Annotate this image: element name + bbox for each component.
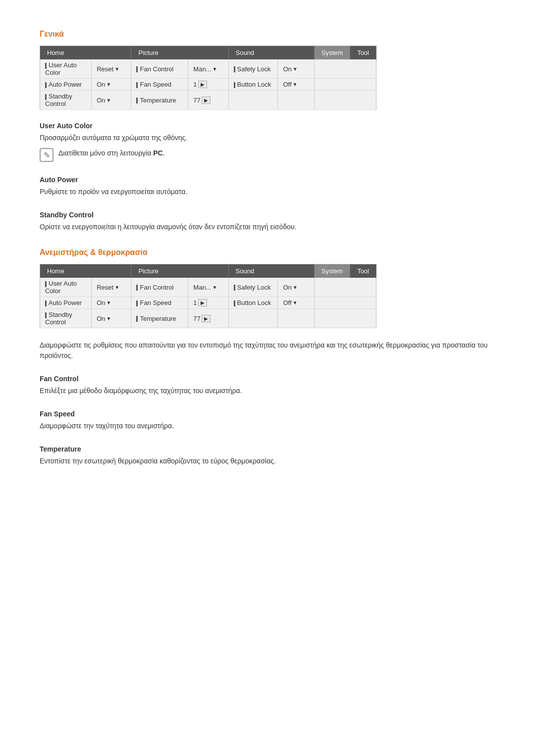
fan-speed-val[interactable]: 1 ▶ xyxy=(188,79,228,91)
bar-icon xyxy=(45,301,47,306)
fan-control-desc: Επιλέξτε μια μέθοδο διαμόρφωσης της ταχύ… xyxy=(40,386,495,396)
auto-power-label-2: Auto Power xyxy=(40,297,92,309)
table-row: Standby Control On ▼ Temperature 77 ▶ xyxy=(40,91,376,110)
safety-lock-label: Safety Lock xyxy=(228,59,278,79)
osd-table-2: Home Picture Sound System Tool User Auto… xyxy=(40,264,376,328)
fan-control-section: Fan Control Επιλέξτε μια μέθοδο διαμόρφω… xyxy=(40,375,495,396)
chevron-down-icon[interactable]: ▼ xyxy=(293,285,298,290)
fan-section-desc-wrapper: Διαμορφώστε τις ρυθμίσεις που απαιτούντα… xyxy=(40,340,495,361)
osd-table-1: Home Picture Sound System Tool User Auto… xyxy=(40,46,376,110)
user-auto-color-title: User Auto Color xyxy=(40,122,495,130)
fan-control-label: Fan Control xyxy=(131,59,188,79)
user-auto-color-desc: Προσαρμόζει αυτόματα τα χρώματα της οθόν… xyxy=(40,133,495,143)
chevron-down-icon[interactable]: ▼ xyxy=(293,66,298,72)
bar-icon xyxy=(234,82,235,88)
standby-control-section: Standby Control Ορίστε να ενεργοποιείται… xyxy=(40,211,495,232)
bar-icon xyxy=(45,94,47,100)
standby-val-2[interactable]: On ▼ xyxy=(92,309,131,328)
bar-icon xyxy=(136,301,138,306)
fan-speed-desc: Διαμορφώστε την ταχύτητα του ανεμιστήρα. xyxy=(40,421,495,431)
bar-icon xyxy=(234,285,235,291)
bar-icon xyxy=(45,281,47,287)
chevron-down-icon[interactable]: ▼ xyxy=(212,285,217,290)
auto-power-val-2[interactable]: On ▼ xyxy=(92,297,131,309)
fan-control-val[interactable]: Man... ▼ xyxy=(188,59,228,79)
tab2-picture[interactable]: Picture xyxy=(131,264,228,278)
user-auto-color-val-2[interactable]: Reset ▼ xyxy=(92,278,131,297)
bar-icon xyxy=(136,98,138,103)
user-auto-color-label-2: User Auto Color xyxy=(40,278,92,297)
chevron-down-icon[interactable]: ▼ xyxy=(293,82,298,87)
fan-speed-section: Fan Speed Διαμορφώστε την ταχύτητα του α… xyxy=(40,410,495,431)
tab-picture[interactable]: Picture xyxy=(131,46,228,60)
standby-control-label: Standby Control xyxy=(40,91,92,110)
chevron-down-icon[interactable]: ▼ xyxy=(107,82,111,87)
standby-control-desc: Ορίστε να ενεργοποιείται η λειτουργία αν… xyxy=(40,222,495,232)
chevron-down-icon[interactable]: ▼ xyxy=(107,316,111,321)
user-auto-color-val[interactable]: Reset ▼ xyxy=(92,59,131,79)
note-icon: ✎ xyxy=(40,148,54,162)
temperature-val-2[interactable]: 77 ▶ xyxy=(188,309,228,328)
chevron-down-icon[interactable]: ▼ xyxy=(114,66,119,72)
temperature-val[interactable]: 77 ▶ xyxy=(188,91,228,110)
fan-control-val-2[interactable]: Man... ▼ xyxy=(188,278,228,297)
arrow-right-icon[interactable]: ▶ xyxy=(202,97,211,104)
section1-title: Γενικά xyxy=(40,30,495,39)
chevron-down-icon[interactable]: ▼ xyxy=(107,98,111,103)
tab2-sound[interactable]: Sound xyxy=(228,264,314,278)
bar-icon xyxy=(234,301,235,306)
button-lock-val[interactable]: Off ▼ xyxy=(278,79,314,91)
standby-label-2: Standby Control xyxy=(40,309,92,328)
bar-icon xyxy=(45,63,47,69)
note-text: Διατίθεται μόνο στη λειτουργία PC. xyxy=(58,148,165,158)
button-lock-val-2[interactable]: Off ▼ xyxy=(278,297,314,309)
fan-control-label-2: Fan Control xyxy=(131,278,188,297)
safety-lock-val-2[interactable]: On ▼ xyxy=(278,278,314,297)
auto-power-label: Auto Power xyxy=(40,79,92,91)
arrow-right-icon[interactable]: ▶ xyxy=(198,81,207,88)
safety-lock-val[interactable]: On ▼ xyxy=(278,59,314,79)
arrow-right-icon[interactable]: ▶ xyxy=(198,299,207,306)
arrow-right-icon[interactable]: ▶ xyxy=(202,315,211,322)
temperature-section: Temperature Εντοπίστε την εσωτερική θερμ… xyxy=(40,445,495,466)
fan-control-title: Fan Control xyxy=(40,375,495,383)
chevron-down-icon[interactable]: ▼ xyxy=(212,66,217,72)
table-row: Standby Control On ▼ Temperature 77 ▶ xyxy=(40,309,376,328)
table-row: User Auto Color Reset ▼ Fan Control Man.… xyxy=(40,278,376,297)
fan-speed-val-2[interactable]: 1 ▶ xyxy=(188,297,228,309)
standby-control-title: Standby Control xyxy=(40,211,495,219)
temperature-label-2: Temperature xyxy=(131,309,188,328)
table-row: Auto Power On ▼ Fan Speed 1 ▶ Button Loc… xyxy=(40,79,376,91)
note-box: ✎ Διατίθεται μόνο στη λειτουργία PC. xyxy=(40,148,495,162)
user-auto-color-label: User Auto Color xyxy=(40,59,92,79)
tab-tool[interactable]: Tool xyxy=(350,46,376,60)
tab-sound[interactable]: Sound xyxy=(228,46,314,60)
button-lock-label: Button Lock xyxy=(228,79,278,91)
fan-speed-title: Fan Speed xyxy=(40,410,495,418)
auto-power-section: Auto Power Ρυθμίστε το προϊόν να ενεργοπ… xyxy=(40,176,495,197)
tab-system[interactable]: System xyxy=(314,46,350,60)
bar-icon xyxy=(136,82,138,88)
bar-icon xyxy=(136,66,138,72)
bar-icon xyxy=(45,82,47,88)
table-row: User Auto Color Reset ▼ Fan Control Man.… xyxy=(40,59,376,79)
standby-control-val[interactable]: On ▼ xyxy=(92,91,131,110)
auto-power-val[interactable]: On ▼ xyxy=(92,79,131,91)
chevron-down-icon[interactable]: ▼ xyxy=(293,300,298,305)
fan-speed-label-2: Fan Speed xyxy=(131,297,188,309)
tab2-system[interactable]: System xyxy=(314,264,350,278)
bar-icon xyxy=(136,316,138,322)
chevron-down-icon[interactable]: ▼ xyxy=(114,285,119,290)
auto-power-title: Auto Power xyxy=(40,176,495,184)
bar-icon xyxy=(45,312,47,318)
bar-icon xyxy=(234,66,235,72)
tab-home[interactable]: Home xyxy=(40,46,131,60)
user-auto-color-section: User Auto Color Προσαρμόζει αυτόματα τα … xyxy=(40,122,495,162)
safety-lock-label-2: Safety Lock xyxy=(228,278,278,297)
tab2-home[interactable]: Home xyxy=(40,264,131,278)
chevron-down-icon[interactable]: ▼ xyxy=(107,300,111,305)
temperature-label: Temperature xyxy=(131,91,188,110)
table-row: Auto Power On ▼ Fan Speed 1 ▶ Button Loc… xyxy=(40,297,376,309)
fan-section-desc: Διαμορφώστε τις ρυθμίσεις που απαιτούντα… xyxy=(40,340,495,361)
tab2-tool[interactable]: Tool xyxy=(350,264,376,278)
